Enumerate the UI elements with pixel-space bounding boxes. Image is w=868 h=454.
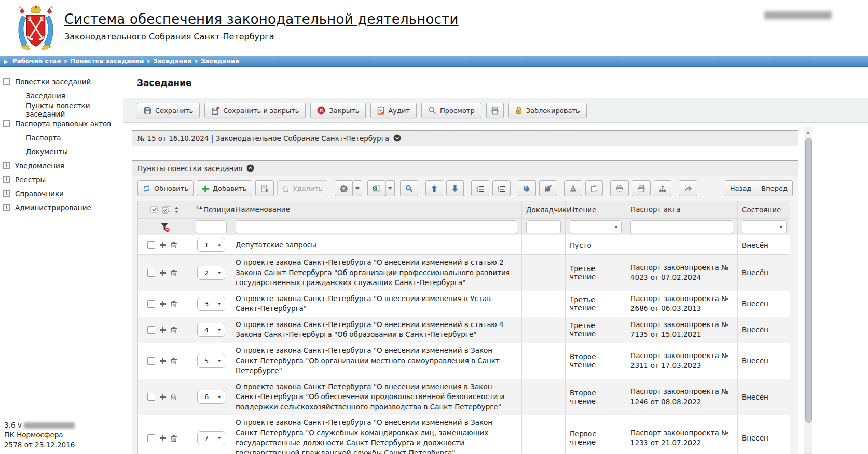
scroll-up-icon[interactable]: ▲ xyxy=(804,127,812,136)
sidebar-item-label[interactable]: Справочники xyxy=(15,190,64,198)
add-row-icon[interactable] xyxy=(159,435,166,442)
filter-passport-input[interactable] xyxy=(630,220,733,233)
export-excel-button[interactable] xyxy=(367,180,385,196)
row-checkbox[interactable] xyxy=(147,241,155,249)
settings-button[interactable] xyxy=(335,180,353,196)
add-row-icon[interactable] xyxy=(159,269,166,276)
add-row-icon[interactable] xyxy=(159,327,166,333)
site-subtitle-link[interactable]: Законодательного Собрания Санкт-Петербур… xyxy=(64,32,459,41)
filter-clear-icon[interactable] xyxy=(159,222,170,232)
delete-row-icon[interactable] xyxy=(170,326,177,334)
print-grid-button[interactable] xyxy=(610,180,629,196)
move-up-button[interactable] xyxy=(425,180,443,196)
close-button[interactable]: Закрыть xyxy=(310,103,366,118)
position-select[interactable]: 7▾ xyxy=(197,431,225,445)
row-checkbox[interactable] xyxy=(147,434,155,442)
position-select[interactable]: 6▾ xyxy=(197,390,225,404)
view-button[interactable]: Просмотр xyxy=(421,103,481,118)
delete-row-icon[interactable] xyxy=(170,357,177,365)
add-row-icon[interactable] xyxy=(159,358,166,364)
row-checkbox[interactable] xyxy=(147,393,155,401)
copy-button[interactable] xyxy=(585,180,603,196)
breadcrumb-item[interactable]: Заседания xyxy=(153,58,191,65)
renumbering-button[interactable]: 123 xyxy=(492,180,511,196)
stamp-button[interactable] xyxy=(564,180,582,196)
save-and-close-button[interactable]: Сохранить и закрыть xyxy=(204,103,306,118)
delete-row-icon[interactable] xyxy=(170,241,177,249)
agenda-items-panel-header[interactable]: Пункты повестки заседания xyxy=(132,161,798,176)
position-select[interactable]: 5▾ xyxy=(197,354,225,368)
delete-row-icon[interactable] xyxy=(170,434,177,442)
sidebar-item-label[interactable]: Администрирование xyxy=(15,204,91,212)
select-row-icon[interactable] xyxy=(150,206,158,214)
sidebar-item-label[interactable]: Повестки заседаний xyxy=(15,78,91,86)
breadcrumb-item[interactable]: Повестки заседаний xyxy=(70,58,144,65)
numbering-button[interactable]: 123 xyxy=(471,180,489,196)
link-button[interactable] xyxy=(679,180,697,196)
collapse-icon[interactable]: − xyxy=(3,78,10,85)
logged-in-user[interactable] xyxy=(764,11,832,19)
filter-state-select[interactable]: ▾ xyxy=(742,220,787,233)
sidebar-item-label[interactable]: Паспорта правовых актов xyxy=(15,120,111,128)
audit-button[interactable]: Аудит xyxy=(370,103,417,118)
row-checkbox[interactable] xyxy=(147,269,155,277)
column-header-passport[interactable]: Паспорт акта xyxy=(626,201,738,218)
site-title-link[interactable]: Система обеспечения законодательной деят… xyxy=(64,11,459,27)
lock-button[interactable]: Заблокировать xyxy=(508,103,587,118)
column-header-name[interactable]: Наименование xyxy=(231,201,522,218)
expand-icon[interactable]: + xyxy=(3,190,10,197)
forward-button[interactable]: Вперёд xyxy=(756,180,793,196)
sidebar-subitem[interactable]: Паспорта xyxy=(3,131,123,145)
filter-speakers-input[interactable] xyxy=(526,220,561,233)
scrollbar-thumb[interactable] xyxy=(805,138,812,423)
print-all-button[interactable] xyxy=(632,180,651,196)
row-checkbox[interactable] xyxy=(147,326,155,334)
filter-position-input[interactable] xyxy=(196,220,227,233)
add-row-icon[interactable] xyxy=(159,301,166,307)
hierarchy-button[interactable] xyxy=(654,180,671,196)
position-select[interactable]: 3▾ xyxy=(197,297,225,311)
save-button[interactable]: Сохранить xyxy=(137,103,200,118)
position-select[interactable]: 4▾ xyxy=(197,323,225,337)
session-panel-header[interactable]: № 15 от 16.10.2024 | Законодательное Соб… xyxy=(132,131,798,146)
breadcrumb-item[interactable]: Рабочий стол xyxy=(12,58,61,65)
row-checkbox[interactable] xyxy=(147,300,155,308)
row-checkbox[interactable] xyxy=(147,357,155,365)
insert-document-button[interactable] xyxy=(255,180,274,196)
delete-button[interactable]: Удалить xyxy=(277,180,328,196)
sidebar-subitem[interactable]: Пункты повестки заседаний xyxy=(3,103,123,117)
collapse-icon[interactable]: − xyxy=(3,120,10,127)
expand-icon[interactable]: + xyxy=(3,162,10,169)
expand-icon[interactable]: + xyxy=(3,176,10,183)
breadcrumb-item[interactable]: Заседание xyxy=(201,58,240,65)
move-down-button[interactable] xyxy=(446,180,464,196)
filter-reading-select[interactable]: ▾ xyxy=(570,220,622,233)
add-row-icon[interactable] xyxy=(159,393,166,400)
delete-row-icon[interactable] xyxy=(170,300,177,308)
refresh-button[interactable]: Обновить xyxy=(137,180,194,196)
search-button[interactable] xyxy=(400,180,418,196)
delete-row-icon[interactable] xyxy=(170,393,177,401)
select-all-icon[interactable] xyxy=(162,206,171,214)
vote-cancel-button[interactable] xyxy=(539,180,557,196)
add-button[interactable]: Добавить xyxy=(197,180,252,196)
sidebar-subitem[interactable]: Документы xyxy=(3,145,123,159)
settings-menu-caret[interactable] xyxy=(353,180,362,196)
add-row-icon[interactable] xyxy=(159,242,166,248)
column-header-speakers[interactable]: Докладчики xyxy=(522,201,566,218)
back-button[interactable]: Назад xyxy=(725,180,757,196)
sidebar-item-label[interactable]: Реестры xyxy=(15,176,46,184)
expand-icon[interactable]: + xyxy=(3,204,10,211)
sidebar-item-label[interactable]: Уведомления xyxy=(15,162,64,170)
filter-name-input[interactable] xyxy=(236,220,517,233)
sort-icon[interactable] xyxy=(174,206,179,214)
export-menu-caret[interactable] xyxy=(385,180,395,196)
column-header-state[interactable]: Состояние xyxy=(738,201,791,218)
print-button[interactable] xyxy=(486,103,504,118)
sidebar-subitem[interactable]: Заседания xyxy=(3,89,123,103)
vote-button[interactable] xyxy=(518,180,536,196)
column-header-reading[interactable]: Чтение xyxy=(566,201,626,218)
position-select[interactable]: 2▾ xyxy=(197,266,225,280)
delete-row-icon[interactable] xyxy=(170,269,177,277)
column-header-position[interactable]: 1▲ Позиция xyxy=(191,201,231,218)
